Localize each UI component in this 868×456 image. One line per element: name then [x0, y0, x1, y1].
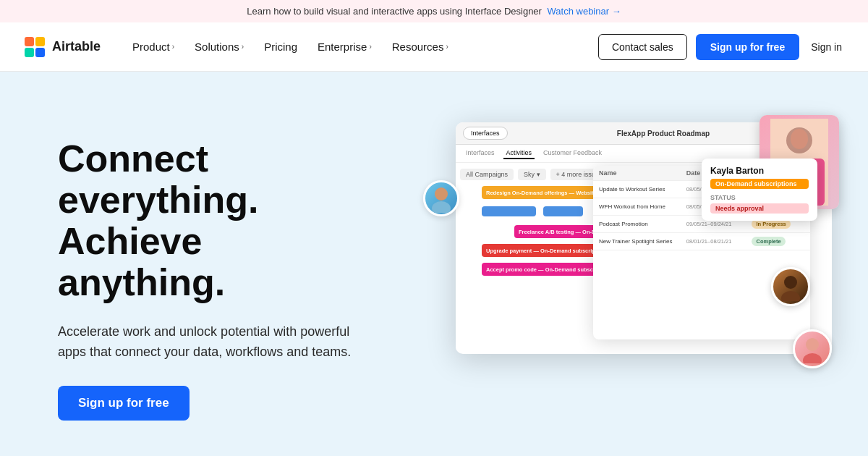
table-row: New Trainer Spotlight Series 08/01/21–08… — [593, 233, 810, 250]
chevron-down-icon: › — [369, 43, 371, 51]
svg-point-9 — [791, 129, 808, 149]
popup-name: Kayla Barton — [710, 166, 809, 176]
svg-point-12 — [806, 338, 819, 351]
hero-signup-button[interactable]: Sign up for free — [58, 386, 190, 421]
hero-heading: Connect everything. Achieve anything. — [58, 138, 405, 304]
chevron-down-icon: › — [242, 43, 244, 51]
sub-tab-activities[interactable]: Activities — [503, 148, 535, 159]
tab-interfaces[interactable]: Interfaces — [463, 127, 508, 140]
nav-links: Product › Solutions › Pricing Enterprise… — [124, 35, 598, 59]
svg-point-4 — [435, 187, 448, 200]
avatar-bottom-right — [793, 329, 832, 368]
popup-status-row: On-Demand subscriptions STATUS Needs app… — [710, 179, 809, 214]
signin-link[interactable]: Sign in — [808, 35, 845, 59]
logo-text: Airtable — [52, 39, 101, 54]
nav-item-product[interactable]: Product › — [124, 35, 183, 59]
svg-rect-1 — [35, 37, 45, 46]
hero-right: Interfaces FlexApp Product Roadmap ··· I… — [405, 101, 839, 456]
svg-rect-0 — [25, 37, 34, 46]
banner-cta[interactable]: Watch webinar → — [548, 6, 621, 17]
popup-status-badge-1: On-Demand subscriptions — [710, 179, 809, 189]
chevron-down-icon: › — [446, 43, 448, 51]
sub-tab-feedback[interactable]: Customer Feedback — [540, 148, 605, 159]
sub-tab-campaigns[interactable]: Interfaces — [463, 148, 498, 159]
svg-point-5 — [432, 201, 451, 213]
nav-item-pricing[interactable]: Pricing — [255, 35, 306, 59]
svg-point-13 — [803, 353, 822, 363]
svg-rect-3 — [35, 48, 45, 57]
popup-status-badge-2: Needs approval — [710, 203, 809, 214]
popup-status-label: STATUS — [710, 194, 809, 201]
gantt-filter-group: Sky ▾ — [518, 169, 546, 180]
svg-point-11 — [781, 291, 800, 301]
hero-section: Connect everything. Achieve anything. Ac… — [0, 72, 868, 456]
banner-text: Learn how to build visual and interactiv… — [247, 6, 542, 17]
logo[interactable]: Airtable — [23, 35, 101, 59]
svg-rect-2 — [25, 48, 34, 57]
gantt-filter-campaigns[interactable]: All Campaigns — [460, 169, 514, 180]
nav-actions: Contact sales Sign up for free Sign in — [598, 34, 845, 60]
nav-item-solutions[interactable]: Solutions › — [186, 35, 252, 59]
navbar: Airtable Product › Solutions › Pricing E… — [0, 22, 868, 72]
signup-button[interactable]: Sign up for free — [696, 34, 799, 60]
gantt-bar-2a — [482, 206, 536, 216]
contact-sales-button[interactable]: Contact sales — [598, 34, 687, 60]
chevron-down-icon: › — [172, 43, 174, 51]
top-banner: Learn how to build visual and interactiv… — [0, 0, 868, 22]
logo-icon — [23, 35, 46, 59]
nav-item-enterprise[interactable]: Enterprise › — [309, 35, 380, 59]
popup-card: Kayla Barton On-Demand subscriptions STA… — [702, 159, 817, 221]
nav-item-resources[interactable]: Resources › — [383, 35, 457, 59]
avatar-right-dark — [771, 267, 810, 306]
status-badge: Complete — [752, 237, 785, 246]
hero-subtext: Accelerate work and unlock potential wit… — [58, 321, 362, 363]
hero-left: Connect everything. Achieve anything. Ac… — [58, 138, 405, 421]
gantt-bar-2b — [543, 206, 583, 216]
svg-point-10 — [784, 276, 797, 289]
avatar-left — [423, 180, 459, 216]
mock-ui: Interfaces FlexApp Product Roadmap ··· I… — [420, 122, 839, 376]
